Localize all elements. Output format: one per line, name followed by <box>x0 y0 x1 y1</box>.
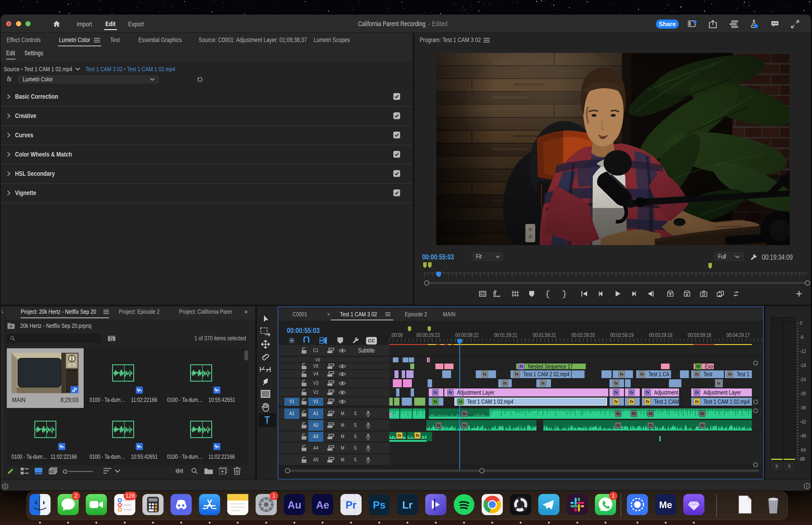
svg-text:Pr: Pr <box>346 499 356 511</box>
svg-text:Me: Me <box>659 500 672 510</box>
svg-text:Lr: Lr <box>402 499 413 511</box>
svg-text:Au: Au <box>288 499 302 511</box>
svg-text:Ps: Ps <box>373 499 386 511</box>
svg-text:Ae: Ae <box>316 499 329 511</box>
